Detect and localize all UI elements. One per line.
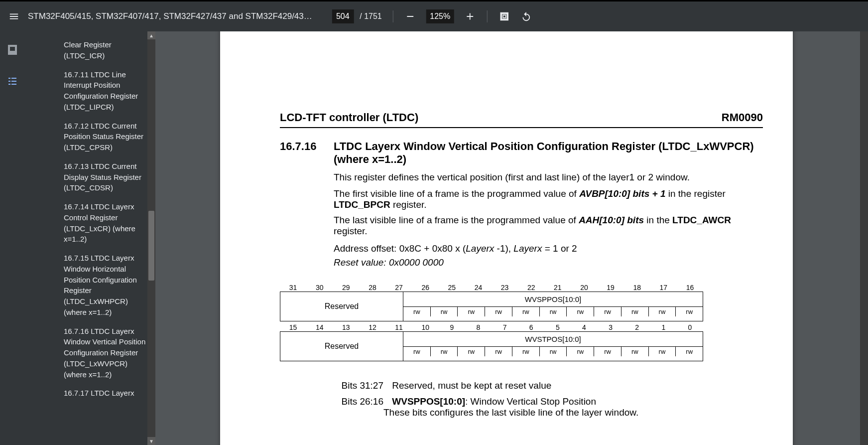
bit-number: 25 (439, 284, 465, 292)
bit-number: 21 (544, 284, 571, 292)
document-title: STM32F405/415, STM32F407/417, STM32F427/… (28, 11, 317, 21)
reset-value: Reset value: 0x0000 0000 (334, 257, 763, 268)
outline-item[interactable]: 16.7.14 LTDC Layerx Control Register (LT… (64, 197, 146, 249)
bit-number: 13 (333, 323, 359, 331)
zoom-level[interactable]: 125% (426, 9, 454, 23)
divider (487, 10, 488, 22)
rw-cell: rw (621, 307, 648, 316)
reserved-cell: Reserved (280, 332, 403, 361)
rotate-icon[interactable] (516, 6, 536, 26)
outline-scrollbar[interactable]: ▲ ▼ (147, 31, 155, 445)
scroll-thumb[interactable] (148, 211, 154, 281)
bit-number: 18 (624, 284, 650, 292)
section-title: LTDC Layerx Window Vertical Position Con… (334, 140, 763, 166)
page-total: / 1751 (360, 12, 381, 21)
bit-number: 29 (333, 284, 359, 292)
outline-item[interactable]: 16.7.11 LTDC Line Interrupt Position Con… (64, 65, 146, 117)
page-viewport[interactable]: LCD-TFT controller (LTDC) RM0090 16.7.16… (155, 31, 868, 445)
bit-number: 5 (544, 323, 571, 331)
rw-cell: rw (485, 347, 512, 356)
outline-item[interactable]: 16.7.16 LTDC Layerx Window Vertical Posi… (64, 322, 146, 384)
rw-cell: rw (675, 347, 703, 356)
section-number: 16.7.16 (280, 140, 334, 166)
bit-number: 9 (439, 323, 465, 331)
zoom-in-icon[interactable] (460, 6, 480, 26)
paragraph: Address offset: 0x8C + 0x80 x (Layerx -1… (334, 243, 763, 254)
main-scrollbar[interactable] (860, 31, 868, 445)
toolbar: STM32F405/415, STM32F407/417, STM32F427/… (0, 1, 868, 31)
outline-item[interactable]: Clear Register (LTDC_ICR) (64, 35, 146, 65)
bit-number: 14 (306, 323, 333, 331)
page-header-docid: RM0090 (722, 111, 763, 124)
bit-number: 17 (650, 284, 677, 292)
bit-number: 2 (624, 323, 650, 331)
rw-cell: rw (648, 347, 676, 356)
divider (393, 10, 393, 22)
outline-item[interactable]: 16.7.17 LTDC Layerx (64, 384, 146, 403)
bit-number: 20 (571, 284, 597, 292)
rw-cell: rw (430, 347, 458, 356)
bit-number: 11 (386, 323, 412, 331)
bitfield-name: WVSTPOS[10:0] (403, 332, 703, 346)
rw-cell: rw (485, 307, 512, 316)
rw-cell: rw (594, 347, 621, 356)
bit-number: 12 (359, 323, 385, 331)
menu-icon[interactable] (4, 6, 24, 26)
rw-cell: rw (403, 307, 430, 316)
rw-cell: rw (566, 347, 594, 356)
fit-page-icon[interactable] (495, 6, 514, 26)
bit-number: 30 (306, 284, 333, 292)
bit-number: 10 (412, 323, 439, 331)
rw-cell: rw (648, 307, 676, 316)
page-number-input[interactable] (332, 9, 354, 23)
bit-description: Bits 31:27 Reserved, must be kept at res… (334, 379, 763, 392)
bit-number: 27 (386, 284, 412, 292)
bit-number: 22 (518, 284, 544, 292)
rw-cell: rw (403, 347, 430, 356)
rw-cell: rw (539, 307, 567, 316)
scroll-up-icon[interactable]: ▲ (147, 31, 155, 39)
bit-number: 28 (359, 284, 385, 292)
rw-cell: rw (457, 347, 485, 356)
thumbnails-icon[interactable] (6, 43, 18, 55)
rw-cell: rw (675, 307, 703, 316)
bit-number: 31 (280, 284, 306, 292)
page-header-title: LCD-TFT controller (LTDC) (280, 111, 418, 124)
bit-number: 8 (465, 323, 492, 331)
reserved-cell: Reserved (280, 292, 403, 321)
zoom-out-icon[interactable] (400, 6, 420, 26)
rw-cell: rw (512, 347, 539, 356)
bit-number: 0 (677, 323, 703, 331)
bit-number: 19 (598, 284, 624, 292)
bit-number: 1 (650, 323, 677, 331)
bit-number: 26 (412, 284, 439, 292)
rw-cell: rw (594, 307, 621, 316)
rw-cell: rw (430, 307, 458, 316)
rw-cell: rw (566, 307, 594, 316)
pdf-page: LCD-TFT controller (LTDC) RM0090 16.7.16… (220, 31, 793, 445)
paragraph: The last visible line of a frame is the … (334, 215, 763, 237)
bit-number: 4 (571, 323, 597, 331)
bit-number: 16 (677, 284, 703, 292)
outline-icon[interactable] (6, 75, 18, 87)
paragraph: This register defines the vertical posit… (334, 172, 763, 183)
bit-number: 15 (280, 323, 306, 331)
bit-description-detail: These bits configures the last visible l… (334, 406, 763, 419)
outline-panel: Clear Register (LTDC_ICR) 16.7.11 LTDC L… (25, 31, 152, 445)
outline-item[interactable]: 16.7.12 LTDC Current Position Status Reg… (64, 117, 146, 157)
bit-number: 7 (492, 323, 518, 331)
paragraph: The first visible line of a frame is the… (334, 188, 763, 211)
bit-number: 6 (518, 323, 544, 331)
bit-number: 23 (492, 284, 518, 292)
bitfield-name: WVSPPOS[10:0] (403, 292, 703, 306)
outline-item[interactable]: 16.7.13 LTDC Current Display Status Regi… (64, 157, 146, 197)
rw-cell: rw (539, 347, 567, 356)
rw-cell: rw (512, 307, 539, 316)
bit-number: 24 (465, 284, 492, 292)
outline-item[interactable]: 16.7.15 LTDC Layerx Window Horizontal Po… (64, 249, 146, 322)
bit-number: 3 (598, 323, 624, 331)
rw-cell: rw (621, 347, 648, 356)
rw-cell: rw (457, 307, 485, 316)
scroll-down-icon[interactable]: ▼ (147, 437, 155, 445)
register-bitfield-table: 31302928272625242322212019181716 Reserve… (280, 284, 703, 361)
